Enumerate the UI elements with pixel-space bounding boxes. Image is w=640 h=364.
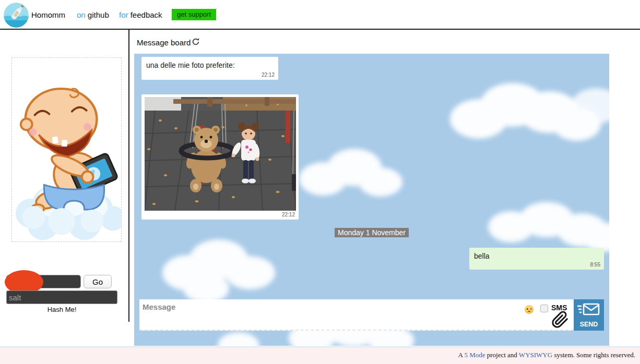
- send-label: SEND: [574, 321, 604, 328]
- get-support-button[interactable]: get support: [172, 9, 216, 20]
- footer-text-prefix: A: [458, 351, 464, 359]
- baby-mascot-image: [11, 57, 122, 242]
- message-time: 22:12: [262, 72, 275, 78]
- bottle-logo-icon[interactable]: [4, 3, 29, 28]
- top-header: Homomm on github for feedback get suppor…: [0, 0, 640, 30]
- footer-link-wysiwyg[interactable]: WYSIWYG: [519, 351, 552, 359]
- board-title: Message board: [137, 38, 191, 47]
- nav-github-label: github: [88, 10, 109, 19]
- refresh-icon[interactable]: [191, 37, 200, 46]
- sms-checkbox[interactable]: [540, 305, 548, 312]
- salt-input[interactable]: [6, 290, 117, 304]
- nav-link-feedback[interactable]: for feedback: [119, 10, 162, 19]
- page-footer: A 5 Mode project and WYSIWYG system. Som…: [0, 346, 640, 364]
- send-envelope-icon: [577, 303, 600, 317]
- footer-link-5mode[interactable]: 5 Mode: [464, 351, 485, 359]
- chat-area: una delle mie foto preferite: 22:12: [134, 54, 609, 346]
- message-text: bella: [474, 252, 490, 260]
- compose-bar: SMS SEND: [139, 299, 604, 331]
- playground-photo: [145, 97, 296, 211]
- sidebar-divider: [128, 30, 129, 322]
- message-bubble-outgoing: bella 8:55: [469, 248, 604, 270]
- message-text: una delle mie foto preferite:: [146, 61, 235, 69]
- photo-message-bubble[interactable]: 22:12: [141, 94, 299, 220]
- message-time: 8:55: [590, 262, 600, 268]
- hash-me-label: Hash Me!: [6, 306, 117, 313]
- go-button[interactable]: Go: [84, 275, 112, 288]
- emoji-icon[interactable]: [525, 305, 534, 314]
- attachment-paperclip-icon[interactable]: [551, 311, 569, 329]
- footer-text-middle: project and: [485, 351, 518, 359]
- message-bubble-incoming: una delle mie foto preferite: 22:12: [141, 57, 278, 80]
- nav-feedback-prefix: for: [119, 10, 131, 19]
- message-time: 22:12: [282, 212, 295, 217]
- send-button[interactable]: SEND: [574, 299, 604, 331]
- message-field-wrapper: SMS: [139, 299, 574, 331]
- brand-name: Homomm: [31, 10, 65, 19]
- nav-github-prefix: on: [77, 10, 88, 19]
- message-input[interactable]: [141, 301, 509, 329]
- nav-feedback-label: feedback: [131, 10, 162, 19]
- app-window: Homomm on github for feedback get suppor…: [0, 0, 640, 364]
- nav-link-github[interactable]: on github: [77, 10, 109, 19]
- footer-text-suffix: system. Some rights reserved.: [552, 351, 635, 359]
- date-separator: Monday 1 November: [335, 228, 409, 237]
